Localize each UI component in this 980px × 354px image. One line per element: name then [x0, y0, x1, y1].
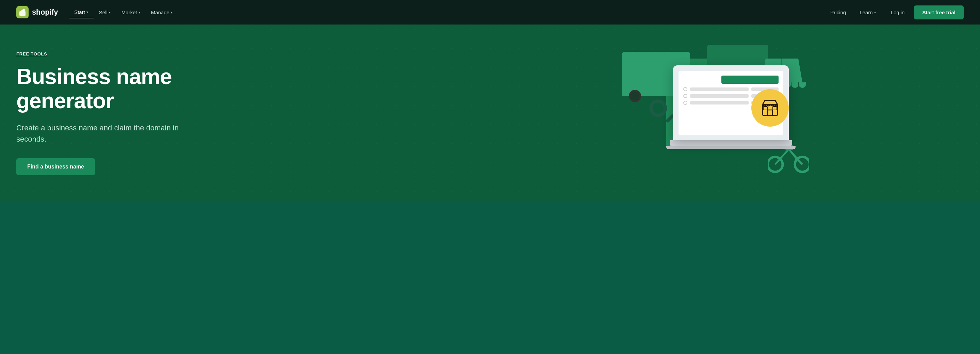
- nav-learn-link[interactable]: Learn ▾: [854, 7, 881, 18]
- hero-title: Business name generator: [16, 65, 180, 113]
- nav-item-sell[interactable]: Sell ▾: [94, 7, 116, 18]
- nav-right-links: Pricing Learn ▾ Log in Start free trial: [825, 5, 964, 19]
- svg-rect-1: [19, 11, 25, 16]
- nav-login-link[interactable]: Log in: [884, 7, 912, 18]
- truck-wheel-left: [629, 90, 641, 102]
- start-trial-button[interactable]: Start free trial: [914, 5, 964, 19]
- shopify-logo-icon: [16, 6, 29, 18]
- screen-line: [690, 101, 749, 105]
- magnifier-circle: [649, 99, 667, 117]
- hero-illustration: [441, 24, 980, 201]
- svg-line-10: [789, 149, 795, 158]
- nav-item-manage[interactable]: Manage ▾: [146, 7, 178, 18]
- laptop-base: [670, 140, 792, 146]
- chevron-down-icon: ▾: [138, 11, 140, 14]
- hero-content: FREE TOOLS Business name generator Creat…: [16, 51, 180, 175]
- screen-line: [690, 94, 749, 98]
- svg-rect-3: [768, 110, 772, 115]
- chevron-down-icon: ▾: [874, 11, 876, 14]
- screen-radio: [683, 87, 687, 91]
- store-badge: [751, 89, 789, 127]
- awning-scallop: [799, 82, 806, 88]
- svg-rect-4: [763, 107, 767, 110]
- logo-wordmark: shopify: [32, 8, 58, 17]
- chevron-down-icon: ▾: [86, 10, 88, 14]
- nav-pricing-link[interactable]: Pricing: [825, 7, 851, 18]
- screen-line: [690, 88, 749, 91]
- svg-rect-5: [773, 107, 777, 110]
- screen-radio: [683, 101, 687, 105]
- hero-section: FREE TOOLS Business name generator Creat…: [0, 24, 980, 201]
- store-icon: [760, 98, 780, 118]
- logo-link[interactable]: shopify: [16, 6, 58, 18]
- magnifier-illustration: [649, 99, 673, 123]
- nav-item-market[interactable]: Market ▾: [116, 7, 146, 18]
- chevron-down-icon: ▾: [171, 11, 172, 14]
- screen-header-bar: [721, 76, 778, 84]
- find-business-name-button[interactable]: Find a business name: [16, 158, 95, 175]
- free-tools-link[interactable]: FREE TOOLS: [16, 51, 47, 56]
- chevron-down-icon: ▾: [109, 11, 111, 14]
- navbar: shopify Start ▾ Sell ▾ Market ▾ Manage ▾…: [0, 0, 980, 24]
- screen-radio: [683, 94, 687, 98]
- nav-item-start[interactable]: Start ▾: [69, 6, 94, 18]
- illustration-wrapper: [612, 38, 809, 188]
- laptop-foot: [666, 146, 795, 149]
- nav-primary-links: Start ▾ Sell ▾ Market ▾ Manage ▾: [69, 6, 825, 18]
- hero-subtitle: Create a business name and claim the dom…: [16, 122, 180, 145]
